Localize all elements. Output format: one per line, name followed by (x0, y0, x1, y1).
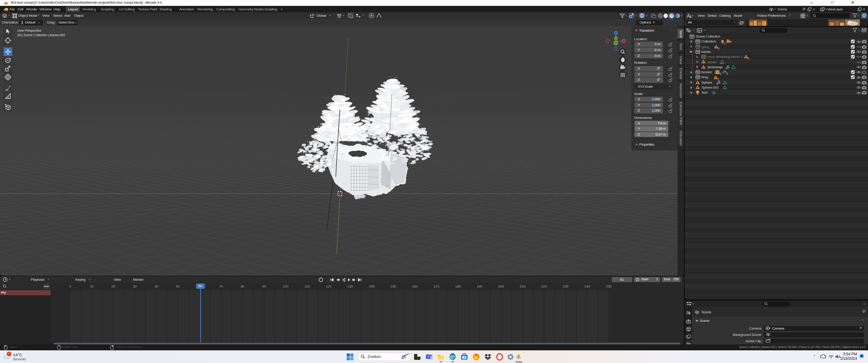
svg-text:Z: Z (615, 32, 617, 35)
svg-text:Y: Y (615, 37, 617, 40)
svg-text:T: T (427, 355, 429, 359)
svg-text:X: X (623, 39, 625, 42)
